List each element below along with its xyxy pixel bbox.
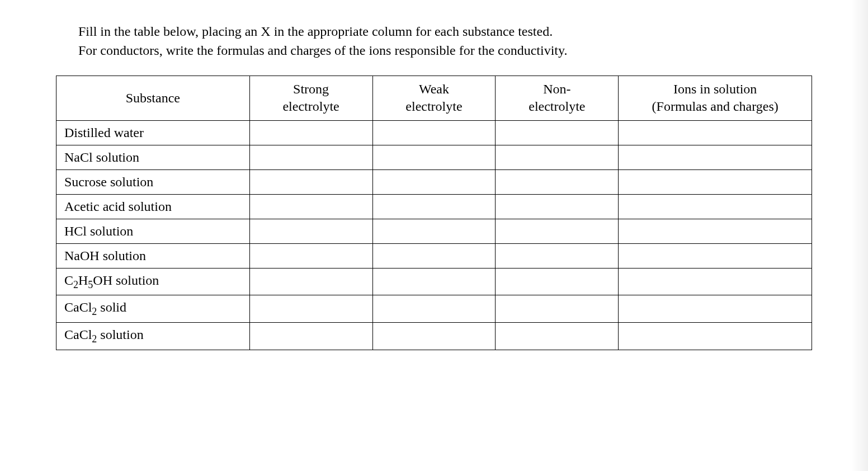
table-row: NaCl solution bbox=[56, 145, 812, 169]
table-row: Acetic acid solution bbox=[56, 194, 812, 219]
substance-cell: Acetic acid solution bbox=[56, 194, 250, 219]
header-ions: Ions in solution(Formulas and charges) bbox=[619, 76, 812, 120]
non-cell[interactable] bbox=[496, 243, 619, 268]
ions-cell[interactable] bbox=[619, 268, 812, 295]
ions-cell[interactable] bbox=[619, 243, 812, 268]
non-cell[interactable] bbox=[496, 145, 619, 169]
substance-cell: Distilled water bbox=[56, 120, 250, 145]
substance-cell: C2H5OH solution bbox=[56, 268, 250, 295]
instruction-line-1: Fill in the table below, placing an X in… bbox=[78, 24, 553, 39]
weak-cell[interactable] bbox=[372, 169, 496, 194]
instructions-block: Fill in the table below, placing an X in… bbox=[56, 22, 812, 60]
table-row: NaOH solution bbox=[56, 243, 812, 268]
substance-cell: NaOH solution bbox=[56, 243, 250, 268]
table-row: HCl solution bbox=[56, 219, 812, 243]
page-edge-shadow bbox=[851, 0, 868, 373]
non-cell[interactable] bbox=[496, 268, 619, 295]
table-row: Sucrose solution bbox=[56, 169, 812, 194]
weak-cell[interactable] bbox=[372, 194, 496, 219]
weak-cell[interactable] bbox=[372, 323, 496, 350]
non-cell[interactable] bbox=[496, 323, 619, 350]
header-non-text: Non-electrolyte bbox=[529, 82, 585, 114]
header-ions-text: Ions in solution(Formulas and charges) bbox=[652, 82, 779, 114]
header-strong-text: Strongelectrolyte bbox=[282, 82, 339, 114]
substance-cell: CaCl2 solid bbox=[56, 295, 250, 323]
non-cell[interactable] bbox=[496, 219, 619, 243]
substance-cell: HCl solution bbox=[56, 219, 250, 243]
weak-cell[interactable] bbox=[372, 120, 496, 145]
ions-cell[interactable] bbox=[619, 323, 812, 350]
weak-cell[interactable] bbox=[372, 219, 496, 243]
ions-cell[interactable] bbox=[619, 219, 812, 243]
substance-cell: Sucrose solution bbox=[56, 169, 250, 194]
header-non: Non-electrolyte bbox=[496, 76, 619, 120]
header-weak: Weakelectrolyte bbox=[372, 76, 496, 120]
strong-cell[interactable] bbox=[249, 145, 372, 169]
table-row: C2H5OH solution bbox=[56, 268, 812, 295]
non-cell[interactable] bbox=[496, 120, 619, 145]
strong-cell[interactable] bbox=[249, 295, 372, 323]
non-cell[interactable] bbox=[496, 169, 619, 194]
ions-cell[interactable] bbox=[619, 194, 812, 219]
non-cell[interactable] bbox=[496, 194, 619, 219]
table-row: CaCl2 solid bbox=[56, 295, 812, 323]
ions-cell[interactable] bbox=[619, 145, 812, 169]
header-weak-text: Weakelectrolyte bbox=[405, 82, 462, 114]
table-header-row: Substance Strongelectrolyte Weakelectrol… bbox=[56, 76, 812, 120]
weak-cell[interactable] bbox=[372, 243, 496, 268]
strong-cell[interactable] bbox=[249, 194, 372, 219]
substance-cell: CaCl2 solution bbox=[56, 323, 250, 350]
instruction-line-2: For conductors, write the formulas and c… bbox=[78, 43, 567, 58]
header-substance: Substance bbox=[56, 76, 250, 120]
header-strong: Strongelectrolyte bbox=[249, 76, 372, 120]
ions-cell[interactable] bbox=[619, 120, 812, 145]
strong-cell[interactable] bbox=[249, 243, 372, 268]
weak-cell[interactable] bbox=[372, 145, 496, 169]
strong-cell[interactable] bbox=[249, 169, 372, 194]
substance-cell: NaCl solution bbox=[56, 145, 250, 169]
ions-cell[interactable] bbox=[619, 295, 812, 323]
electrolyte-table: Substance Strongelectrolyte Weakelectrol… bbox=[56, 76, 812, 350]
weak-cell[interactable] bbox=[372, 268, 496, 295]
weak-cell[interactable] bbox=[372, 295, 496, 323]
strong-cell[interactable] bbox=[249, 323, 372, 350]
strong-cell[interactable] bbox=[249, 268, 372, 295]
ions-cell[interactable] bbox=[619, 169, 812, 194]
non-cell[interactable] bbox=[496, 295, 619, 323]
table-row: Distilled water bbox=[56, 120, 812, 145]
table-body: Distilled waterNaCl solutionSucrose solu… bbox=[56, 120, 812, 350]
strong-cell[interactable] bbox=[249, 120, 372, 145]
table-row: CaCl2 solution bbox=[56, 323, 812, 350]
strong-cell[interactable] bbox=[249, 219, 372, 243]
